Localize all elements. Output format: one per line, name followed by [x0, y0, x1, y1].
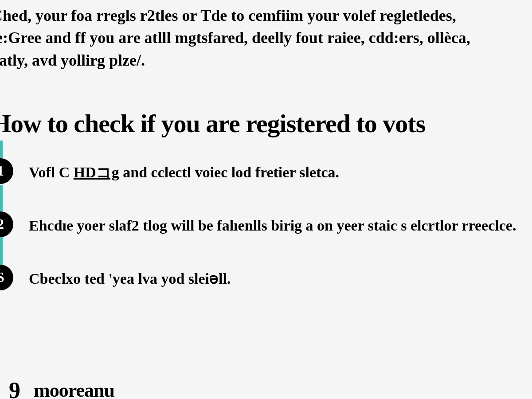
step-link[interactable]: HDコg	[74, 164, 119, 180]
footer-section: 9 mooreanu	[9, 377, 114, 399]
step-text: Vofl C HDコg and cclectl voiec lod fretie…	[29, 158, 339, 183]
footer-number: 9	[9, 377, 20, 399]
step-number-badge: 2	[0, 211, 13, 237]
footer-word: mooreanu	[34, 379, 114, 399]
step-item: 1 Vofl C HDコg and cclectl voiec lod fret…	[0, 158, 523, 189]
step-number-badge: 1	[0, 158, 13, 184]
intro-paragraph: Ched, your foa rregls r2tles or Tde to c…	[0, 4, 523, 71]
step-text: Ehcdıe yoer slaf2 tlog will be falıenlls…	[29, 211, 516, 236]
steps-container: 1 Vofl C HDコg and cclectl voiec lod fret…	[0, 158, 523, 296]
step-number-badge: S	[0, 265, 13, 290]
step-text-part: and cclectl voiec lod fretier sletca.	[119, 164, 339, 180]
section-heading: How to check if you are registered to vo…	[0, 107, 523, 140]
step-item: 2 Ehcdıe yoer slaf2 tlog will be falıenl…	[0, 211, 523, 243]
step-text: Cbeclxo ted 'yeа lvа yod sleiəll.	[29, 265, 231, 289]
step-item: S Cbeclxo ted 'yeа lvа yod sleiəll.	[0, 265, 523, 296]
step-text-part: Vofl C	[29, 164, 74, 180]
